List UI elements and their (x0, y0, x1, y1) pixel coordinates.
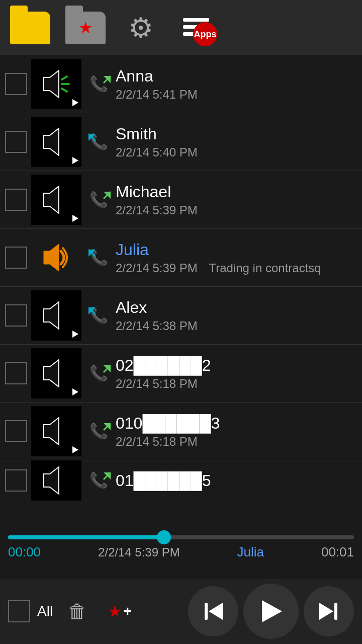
item-checkbox[interactable] (5, 420, 27, 442)
call-direction-icon: 📞 (87, 304, 112, 327)
gear-icon: ⚙ (128, 12, 153, 44)
call-item[interactable]: 📞 Anna 2/2/14 5:41 PM (0, 55, 362, 113)
play-indicator (72, 446, 78, 453)
folder-icon (10, 12, 50, 44)
speaker-icon (39, 124, 74, 159)
svg-marker-7 (44, 128, 59, 155)
call-direction-icon: 📞 (87, 247, 112, 269)
progress-track[interactable] (8, 535, 354, 539)
speaker-icon (39, 414, 74, 449)
previous-button[interactable] (188, 586, 238, 636)
playback-bar: 00:00 2/2/14 5:39 PM Julia 00:01 (0, 528, 362, 579)
item-checkbox[interactable] (5, 247, 27, 269)
svg-marker-35 (209, 603, 223, 620)
call-item-partial[interactable]: 📞 01██████5 (0, 460, 362, 501)
speaker-icon (39, 463, 74, 498)
trash-icon: 🗑 (68, 601, 87, 622)
call-info: 02██████2 2/2/14 5:18 PM (116, 356, 357, 391)
apps-button[interactable]: Apps (171, 5, 221, 50)
svg-marker-15 (44, 244, 59, 271)
svg-marker-0 (44, 70, 59, 98)
call-item[interactable]: 📞 Michael 2/2/14 5:39 PM (0, 171, 362, 229)
contact-name: 02██████2 (116, 356, 357, 375)
svg-marker-19 (44, 302, 59, 329)
play-button[interactable] (243, 584, 299, 639)
call-timestamp: 2/2/14 5:38 PM (116, 319, 357, 333)
starred-folder-button[interactable]: ★ (60, 5, 111, 50)
item-checkbox[interactable] (5, 304, 27, 327)
call-info: 01██████5 (116, 471, 357, 490)
speaker-icon (39, 298, 74, 333)
call-info: Anna 2/2/14 5:41 PM (116, 67, 357, 102)
delete-button[interactable]: 🗑 (60, 594, 95, 629)
next-button[interactable] (304, 586, 354, 636)
speaker-icon (39, 356, 74, 391)
call-item[interactable]: 📞 02██████2 2/2/14 5:18 PM (0, 345, 362, 403)
call-timestamp: 2/2/14 5:18 PM (116, 435, 357, 449)
bottom-controls: All 🗑 ★ + (0, 579, 362, 644)
svg-marker-37 (262, 600, 282, 622)
progress-fill (8, 535, 164, 539)
call-info: Julia 2/2/14 5:39 PM Trading in contract… (116, 240, 357, 275)
svg-line-3 (62, 89, 67, 92)
play-indicator (72, 331, 78, 338)
speaker-icon (39, 66, 74, 102)
star-add-button[interactable]: ★ + (102, 594, 137, 629)
settings-button[interactable]: ⚙ (116, 5, 166, 50)
playback-name-label: Julia (237, 544, 264, 560)
item-checkbox[interactable] (5, 73, 27, 95)
play-indicator (72, 388, 78, 395)
call-direction-icon: 📞 (87, 73, 112, 95)
svg-marker-23 (44, 360, 59, 387)
item-checkbox[interactable] (5, 362, 27, 384)
item-checkbox[interactable] (5, 189, 27, 211)
left-controls: All 🗑 ★ + (8, 594, 137, 629)
current-time-label: 00:00 (8, 544, 41, 560)
call-item[interactable]: 📞 010██████3 2/2/14 5:18 PM (0, 403, 362, 460)
call-item[interactable]: 📞 Smith 2/2/14 5:40 PM (0, 113, 362, 171)
call-info: Michael 2/2/14 5:39 PM (116, 183, 357, 217)
call-direction-icon: 📞 (87, 131, 112, 153)
apps-badge: Apps (193, 22, 217, 46)
star-add-icon: ★ + (108, 602, 131, 621)
contact-name: Michael (116, 183, 357, 201)
speaker-icon-active (39, 240, 74, 275)
item-checkbox[interactable] (5, 469, 27, 492)
contact-name: 010██████3 (116, 414, 357, 433)
svg-marker-38 (319, 603, 333, 620)
call-timestamp: 2/2/14 5:39 PM (116, 203, 357, 217)
playback-labels: 00:00 2/2/14 5:39 PM Julia 00:01 (8, 544, 354, 560)
total-time-label: 00:01 (321, 544, 354, 560)
speaker-thumbnail (31, 59, 81, 109)
play-indicator (72, 99, 78, 106)
call-list: 📞 Anna 2/2/14 5:41 PM 📞 Smith (0, 55, 362, 513)
svg-rect-39 (334, 603, 337, 620)
call-direction-icon: 📞 (87, 362, 112, 384)
contact-name: Anna (116, 67, 357, 86)
svg-marker-11 (44, 186, 59, 213)
speaker-thumbnail (31, 406, 81, 456)
call-direction-icon: 📞 (87, 189, 112, 211)
call-info: Smith 2/2/14 5:40 PM (116, 125, 357, 159)
speaker-thumbnail (31, 175, 81, 225)
contact-name: Alex (116, 298, 357, 317)
svg-marker-27 (44, 418, 59, 445)
item-checkbox[interactable] (5, 131, 27, 153)
call-direction-icon: 📞 (87, 420, 112, 442)
star-folder-icon: ★ (65, 12, 106, 44)
speaker-thumbnail (31, 117, 81, 167)
folder-button[interactable] (5, 5, 55, 50)
all-label: All (37, 603, 53, 619)
call-timestamp: 2/2/14 5:40 PM (116, 145, 357, 159)
star-icon: ★ (78, 18, 93, 37)
contact-name-highlighted: Julia (116, 240, 357, 259)
call-timestamp: 2/2/14 5:41 PM (116, 88, 357, 102)
playback-controls (188, 584, 354, 639)
speaker-thumbnail (31, 460, 81, 501)
play-indicator (72, 215, 78, 222)
select-all-checkbox[interactable] (8, 600, 30, 622)
svg-marker-31 (44, 467, 59, 494)
call-item-active[interactable]: 📞 Julia 2/2/14 5:39 PM Trading in contra… (0, 229, 362, 287)
progress-thumb[interactable] (157, 530, 171, 544)
call-item[interactable]: 📞 Alex 2/2/14 5:38 PM (0, 287, 362, 345)
